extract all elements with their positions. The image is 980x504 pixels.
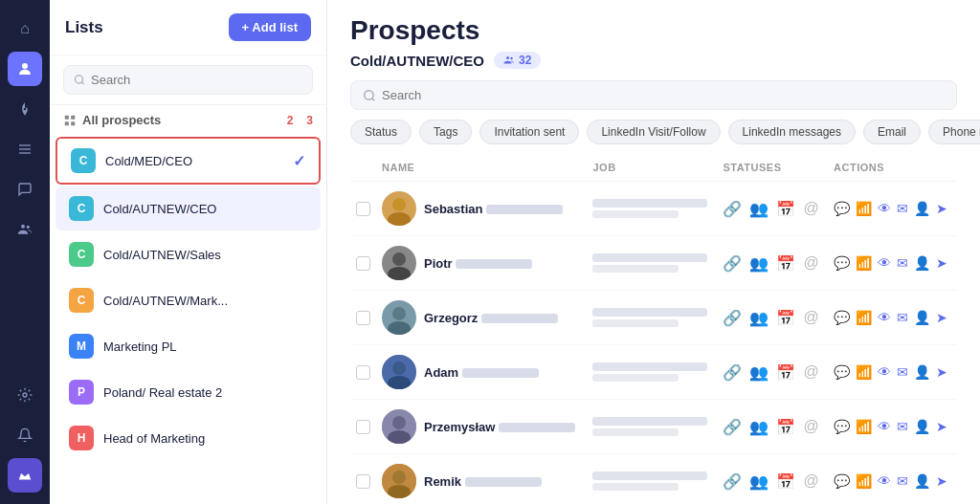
action-mail-icon[interactable]: ✉ — [897, 419, 908, 434]
main-search-input[interactable] — [382, 88, 573, 102]
add-list-button[interactable]: + Add list — [229, 13, 311, 41]
action-send-icon[interactable]: ➤ — [936, 255, 947, 271]
status-at-icon[interactable]: @ — [803, 472, 818, 490]
status-link-icon[interactable]: 🔗 — [723, 418, 742, 436]
action-user-icon[interactable]: 👤 — [914, 255, 930, 271]
status-calendar-icon[interactable]: 📅 — [776, 418, 795, 436]
filter-tags[interactable]: Tags — [419, 120, 472, 144]
action-signal-icon[interactable]: 📶 — [856, 255, 872, 271]
action-send-icon[interactable]: ➤ — [936, 310, 947, 325]
list-badge-cold-autnew-ceo: C — [69, 196, 94, 221]
status-at-icon[interactable]: @ — [803, 254, 818, 272]
nav-lists[interactable] — [8, 132, 42, 166]
status-calendar-icon[interactable]: 📅 — [776, 200, 795, 218]
action-eye-icon[interactable]: 👁 — [878, 364, 891, 380]
list-item-cold-autnew-mark[interactable]: C Cold/AUTNEW/Mark... — [56, 278, 321, 322]
status-link-icon[interactable]: 🔗 — [723, 200, 742, 218]
status-at-icon[interactable]: @ — [803, 200, 818, 217]
action-user-icon[interactable]: 👤 — [914, 310, 930, 325]
row-checkbox[interactable] — [356, 256, 370, 271]
action-mail-icon[interactable]: ✉ — [897, 255, 908, 271]
status-people-icon[interactable]: 👥 — [749, 363, 768, 382]
action-message-icon[interactable]: 💬 — [834, 473, 850, 489]
action-signal-icon[interactable]: 📶 — [856, 364, 872, 380]
nav-people[interactable] — [8, 212, 42, 247]
status-at-icon[interactable]: @ — [803, 418, 818, 435]
filter-invitation-sent[interactable]: Invitation sent — [479, 120, 579, 144]
row-checkbox[interactable] — [356, 311, 370, 325]
nav-chat[interactable] — [8, 172, 42, 207]
action-message-icon[interactable]: 💬 — [834, 419, 850, 434]
status-people-icon[interactable]: 👥 — [749, 472, 768, 491]
row-checkbox[interactable] — [356, 474, 370, 489]
nav-users[interactable] — [8, 52, 42, 86]
action-message-icon[interactable]: 💬 — [834, 364, 850, 380]
list-item-cold-autnew-sales[interactable]: C Cold/AUTNEW/Sales — [56, 232, 321, 276]
action-user-icon[interactable]: 👤 — [914, 364, 930, 380]
action-user-icon[interactable]: 👤 — [914, 201, 930, 216]
nav-bell[interactable] — [8, 418, 42, 452]
action-signal-icon[interactable]: 📶 — [856, 419, 872, 434]
action-send-icon[interactable]: ➤ — [936, 419, 947, 434]
status-people-icon[interactable]: 👥 — [749, 200, 768, 218]
row-checkbox[interactable] — [356, 365, 370, 380]
filter-linkedin-messages[interactable]: LinkedIn messages — [728, 120, 856, 144]
filter-email[interactable]: Email — [863, 120, 921, 144]
status-link-icon[interactable]: 🔗 — [723, 309, 742, 327]
status-at-icon[interactable]: @ — [803, 309, 818, 326]
action-icons: 💬 📶 👁 ✉ 👤 ➤ — [834, 255, 951, 271]
status-at-icon[interactable]: @ — [803, 363, 818, 381]
status-calendar-icon[interactable]: 📅 — [776, 472, 795, 491]
status-people-icon[interactable]: 👥 — [749, 309, 768, 327]
action-eye-icon[interactable]: 👁 — [878, 473, 891, 489]
action-user-icon[interactable]: 👤 — [914, 419, 930, 434]
status-link-icon[interactable]: 🔗 — [723, 363, 742, 382]
nav-home[interactable]: ⌂ — [8, 11, 42, 46]
action-eye-icon[interactable]: 👁 — [878, 201, 891, 216]
filter-phone[interactable]: Phone number — [928, 120, 980, 144]
action-send-icon[interactable]: ➤ — [936, 364, 947, 380]
list-item-cold-med-ceo[interactable]: C Cold/MED/CEO ✓ — [56, 137, 321, 185]
avatar — [382, 464, 416, 498]
name-cell: Grzegorz — [382, 300, 581, 335]
action-eye-icon[interactable]: 👁 — [878, 310, 891, 325]
list-item-check[interactable]: ✓ — [293, 152, 305, 170]
action-eye-icon[interactable]: 👁 — [878, 419, 891, 434]
svg-point-30 — [392, 471, 406, 484]
action-send-icon[interactable]: ➤ — [936, 473, 947, 489]
sidebar-search-input[interactable] — [91, 73, 302, 87]
status-link-icon[interactable]: 🔗 — [723, 254, 742, 273]
action-mail-icon[interactable]: ✉ — [897, 201, 908, 216]
row-checkbox[interactable] — [356, 420, 370, 434]
action-message-icon[interactable]: 💬 — [834, 201, 850, 216]
status-people-icon[interactable]: 👥 — [749, 254, 768, 273]
svg-line-16 — [372, 98, 375, 100]
list-item-poland-real-estate[interactable]: P Poland/ Real estate 2 — [56, 370, 321, 414]
action-message-icon[interactable]: 💬 — [834, 310, 850, 325]
status-calendar-icon[interactable]: 📅 — [776, 254, 795, 273]
action-message-icon[interactable]: 💬 — [834, 255, 850, 271]
list-item-head-of-marketing[interactable]: H Head of Marketing — [56, 416, 321, 460]
list-item-cold-autnew-ceo[interactable]: C Cold/AUTNEW/CEO — [56, 186, 321, 230]
row-checkbox[interactable] — [356, 202, 370, 216]
action-signal-icon[interactable]: 📶 — [856, 201, 872, 216]
action-mail-icon[interactable]: ✉ — [897, 473, 908, 489]
nav-crown[interactable] — [8, 458, 42, 493]
action-signal-icon[interactable]: 📶 — [856, 310, 872, 325]
action-mail-icon[interactable]: ✉ — [897, 310, 908, 325]
list-item-marketing-pl[interactable]: M Marketing PL — [56, 324, 321, 368]
nav-rocket[interactable] — [8, 92, 42, 126]
status-link-icon[interactable]: 🔗 — [723, 472, 742, 491]
action-signal-icon[interactable]: 📶 — [856, 473, 872, 489]
prospects-table-container: NAME JOB STATUSES ACTIONS — [327, 154, 980, 504]
status-calendar-icon[interactable]: 📅 — [776, 309, 795, 327]
filter-status[interactable]: Status — [350, 120, 412, 144]
action-eye-icon[interactable]: 👁 — [878, 255, 891, 271]
status-people-icon[interactable]: 👥 — [749, 418, 768, 436]
action-send-icon[interactable]: ➤ — [936, 201, 947, 216]
action-user-icon[interactable]: 👤 — [914, 473, 930, 489]
action-mail-icon[interactable]: ✉ — [897, 364, 908, 380]
status-calendar-icon[interactable]: 📅 — [776, 363, 795, 382]
filter-linkedin-visit[interactable]: LinkedIn Visit/Follow — [587, 120, 720, 144]
nav-gear[interactable] — [8, 378, 42, 412]
